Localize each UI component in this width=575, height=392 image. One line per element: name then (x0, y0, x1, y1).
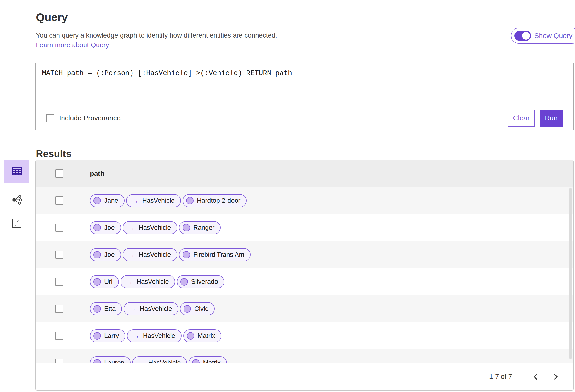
path-column-title: path (90, 170, 104, 177)
pill-label: HasVehicle (139, 251, 171, 259)
learn-more-link[interactable]: Learn more about Query (36, 41, 109, 49)
entity-node-icon (183, 224, 190, 231)
entity-node-icon (94, 332, 101, 340)
row-checkbox[interactable] (55, 223, 64, 232)
entity-pill[interactable]: Silverado (177, 275, 224, 288)
run-button[interactable]: Run (540, 109, 563, 127)
row-select-cell (36, 322, 83, 349)
select-all-cell (36, 160, 83, 187)
map-view-button[interactable] (4, 217, 29, 230)
pill-label: HasVehicle (143, 332, 175, 340)
entity-node-icon (94, 224, 101, 231)
pill-label: Joe (104, 251, 115, 259)
entity-pill[interactable]: Etta (90, 302, 122, 315)
relationship-pill[interactable]: →HasVehicle (127, 329, 182, 343)
pill-label: Uri (104, 278, 113, 285)
next-page-button[interactable] (549, 370, 562, 383)
table-row: Joe→HasVehicleFirebird Trans Am (36, 241, 573, 268)
entity-pill[interactable]: Joe (90, 248, 121, 261)
path-column-header: path (83, 160, 573, 187)
entity-pill[interactable]: Uri (90, 275, 119, 288)
pagination-range-label: 1-7 of 7 (489, 373, 512, 381)
entity-pill[interactable]: Joe (90, 221, 121, 234)
query-panel-footer: Include Provenance Clear Run (36, 106, 573, 130)
pill-label: Etta (104, 305, 116, 313)
pill-label: HasVehicle (137, 278, 169, 285)
table-header-row: path (36, 160, 573, 187)
entity-pill[interactable]: Civic (180, 302, 215, 315)
table-body: Jane→HasVehicleHardtop 2-door Joe→HasVeh… (36, 187, 573, 376)
include-provenance-label[interactable]: Include Provenance (59, 114, 120, 122)
query-input[interactable]: MATCH path = (:Person)-[:HasVehicle]->(:… (36, 64, 573, 106)
link-chart-icon (11, 195, 22, 206)
arrow-right-icon: → (124, 278, 133, 285)
pagination-bar: 1-7 of 7 (36, 363, 573, 390)
link-chart-view-button[interactable] (4, 193, 29, 207)
query-description: You can query a knowledge graph to ident… (36, 32, 277, 39)
pill-label: Hardtop 2-door (197, 197, 240, 204)
toggle-switch-on[interactable] (514, 31, 531, 41)
row-checkbox[interactable] (55, 251, 64, 259)
page-title: Query (36, 11, 68, 24)
entity-node-icon (187, 332, 194, 340)
row-checkbox[interactable] (55, 305, 64, 313)
select-all-checkbox[interactable] (55, 170, 64, 177)
pill-label: Jane (104, 197, 118, 204)
entity-pill[interactable]: Ranger (179, 221, 221, 234)
row-select-cell (36, 241, 83, 268)
relationship-pill[interactable]: →HasVehicle (124, 302, 178, 315)
relationship-pill[interactable]: →HasVehicle (120, 275, 175, 288)
results-table: path Jane→HasVehicleHardtop 2-door Joe→H… (35, 160, 574, 391)
query-panel: MATCH path = (:Person)-[:HasVehicle]->(:… (35, 63, 574, 131)
path-cell: Joe→HasVehicleFirebird Trans Am (83, 241, 573, 268)
row-select-cell (36, 187, 83, 214)
pill-label: Firebird Trans Am (193, 251, 244, 259)
relationship-pill[interactable]: →HasVehicle (126, 194, 181, 207)
pill-label: Silverado (191, 278, 218, 285)
entity-pill[interactable]: Matrix (183, 329, 222, 343)
pill-label: Larry (104, 332, 119, 340)
pill-label: HasVehicle (140, 305, 172, 313)
arrow-right-icon: → (131, 332, 140, 339)
toggle-knob (522, 32, 530, 40)
row-checkbox[interactable] (55, 278, 64, 286)
row-checkbox[interactable] (55, 332, 64, 340)
entity-node-icon (94, 197, 101, 204)
table-row: Etta→HasVehicleCivic (36, 295, 573, 322)
arrow-right-icon: → (126, 251, 135, 258)
entity-node-icon (186, 197, 193, 204)
arrow-right-icon: → (126, 224, 135, 231)
relationship-pill[interactable]: →HasVehicle (123, 221, 177, 234)
path-cell: Joe→HasVehicleRanger (83, 214, 573, 241)
entity-pill[interactable]: Larry (90, 329, 125, 343)
previous-page-button[interactable] (529, 370, 542, 383)
show-query-label: Show Query (534, 32, 573, 40)
map-icon (12, 218, 22, 229)
chevron-right-icon (552, 374, 557, 380)
show-query-toggle[interactable]: Show Query (511, 28, 575, 44)
entity-node-icon (183, 251, 190, 259)
pill-label: Matrix (198, 332, 216, 340)
pill-label: Joe (104, 224, 115, 231)
arrow-right-icon: → (130, 197, 139, 204)
entity-node-icon (184, 305, 191, 313)
relationship-pill[interactable]: →HasVehicle (123, 248, 177, 261)
table-view-button[interactable] (4, 160, 29, 183)
entity-node-icon (94, 251, 101, 259)
vertical-scrollbar-thumb[interactable] (569, 188, 572, 359)
clear-button[interactable]: Clear (508, 109, 535, 127)
vertical-scrollbar-track[interactable] (568, 160, 573, 363)
pill-label: HasVehicle (139, 224, 171, 231)
row-checkbox[interactable] (55, 196, 64, 205)
entity-pill[interactable]: Jane (90, 194, 125, 207)
results-title: Results (36, 148, 72, 159)
path-cell: Jane→HasVehicleHardtop 2-door (83, 187, 573, 214)
entity-pill[interactable]: Firebird Trans Am (179, 248, 251, 261)
include-provenance-checkbox[interactable] (46, 114, 54, 122)
row-select-cell (36, 295, 83, 322)
chevron-left-icon (533, 374, 539, 380)
entity-pill[interactable]: Hardtop 2-door (183, 194, 247, 207)
pill-label: HasVehicle (142, 197, 175, 204)
path-cell: Larry→HasVehicleMatrix (83, 322, 573, 349)
table-row: Joe→HasVehicleRanger (36, 214, 573, 241)
